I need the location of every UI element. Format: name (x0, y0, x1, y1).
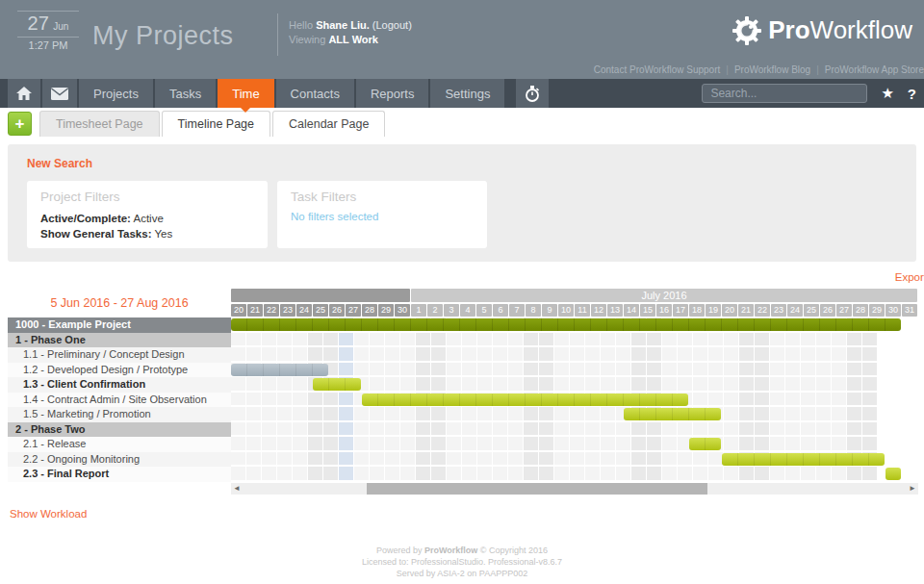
day-grid-cell (785, 377, 801, 392)
scrollbar-thumb[interactable] (367, 483, 707, 495)
gantt-bar[interactable] (722, 453, 885, 466)
day-grid-cell (277, 452, 293, 467)
row-label[interactable]: 1.1 - Preliminary / Concept Design (8, 347, 231, 363)
timeline-gantt: 5 Jun 2016 - 27 Aug 2016 July 2016 20212… (8, 289, 918, 495)
project-filters-card[interactable]: Project Filters Active/Complete: ActiveS… (27, 181, 268, 248)
day-grid-cell (862, 347, 878, 362)
task-filters-card[interactable]: Task Filters No filters selected (277, 181, 487, 248)
day-grid-cell (308, 347, 323, 362)
scroll-left-arrow-icon[interactable]: ◄ (231, 483, 243, 495)
row-label[interactable]: 2.2 - Ongoing Monitoring (8, 452, 231, 468)
day-number: 22 (755, 304, 770, 317)
day-number: 28 (853, 304, 868, 317)
day-grid-cell (508, 333, 524, 347)
nav-item-projects[interactable]: Projects (79, 79, 153, 108)
messages-button[interactable] (42, 79, 77, 108)
nav-item-contacts[interactable]: Contacts (276, 79, 354, 108)
home-button[interactable] (8, 79, 40, 108)
day-grid-cell (816, 467, 832, 481)
day-number: 24 (296, 304, 312, 317)
help-icon[interactable]: ? (908, 86, 916, 102)
gantt-row: 2.2 - Ongoing Monitoring (8, 452, 918, 468)
day-grid-cell (662, 422, 678, 437)
search-input[interactable] (702, 84, 867, 103)
nav-item-tasks[interactable]: Tasks (155, 79, 216, 108)
day-grid-cell (585, 377, 601, 392)
day-grid-cell (601, 467, 616, 481)
gantt-row: 1.1 - Preliminary / Concept Design (8, 347, 918, 363)
scroll-right-arrow-icon[interactable]: ► (907, 483, 918, 495)
new-search-link[interactable]: New Search (27, 157, 92, 170)
row-label[interactable]: 1.4 - Contract Admin / Site Observation (8, 393, 231, 408)
nav-item-settings[interactable]: Settings (430, 79, 504, 108)
day-grid-cell (493, 467, 508, 481)
nav-item-time[interactable]: Time (218, 79, 273, 108)
logout-link[interactable]: (Logout) (372, 19, 412, 31)
row-label[interactable]: 2 - Phase Two (8, 422, 231, 438)
day-grid-cell (400, 363, 416, 377)
home-icon (16, 87, 32, 100)
day-number: 7 (509, 304, 525, 317)
day-grid-cell (708, 393, 724, 407)
day-grid-cell (477, 347, 493, 362)
day-grid-cell (724, 437, 739, 451)
month-header: July 2016 (231, 289, 918, 303)
row-label[interactable]: 2.3 - Final Report (8, 467, 231, 482)
tab-calendar-page[interactable]: Calendar Page (272, 111, 385, 137)
row-label[interactable]: 1.3 - Client Confirmation (8, 377, 231, 393)
day-number: 12 (591, 304, 606, 317)
day-grid-cell (832, 467, 847, 481)
footer-served-line: Served by ASIA-2 on PAAPPP002 (0, 568, 924, 579)
row-label[interactable]: 1 - Phase One (8, 333, 231, 348)
day-grid-cell (693, 467, 708, 481)
gantt-bar[interactable] (624, 408, 721, 420)
row-label[interactable]: 1.2 - Developed Design / Prototype (8, 363, 231, 378)
day-grid-cell (647, 422, 662, 437)
day-grid-cell (616, 333, 631, 347)
support-link[interactable]: ProWorkflow Blog (734, 64, 810, 75)
day-grid-cell (570, 467, 585, 481)
day-grid-cell (724, 347, 739, 362)
tab-timeline-page[interactable]: Timeline Page (162, 111, 270, 137)
day-number: 24 (787, 304, 803, 317)
gantt-bar[interactable] (231, 318, 901, 331)
day-number: 19 (706, 304, 721, 317)
gantt-row: 2.3 - Final Report (8, 467, 918, 482)
day-grid-cell (708, 422, 724, 437)
row-label[interactable]: 2.1 - Release (8, 437, 231, 452)
row-label[interactable]: 1.5 - Marketing / Promotion (8, 407, 231, 422)
nav-item-reports[interactable]: Reports (356, 79, 429, 108)
day-grid-cell (801, 377, 816, 392)
day-grid-cell (508, 347, 524, 362)
day-number: 28 (362, 304, 377, 317)
timer-button[interactable] (516, 79, 549, 108)
gantt-bar[interactable] (231, 364, 328, 376)
support-link[interactable]: Contact ProWorkflow Support (594, 64, 721, 75)
day-grid-cell (755, 347, 770, 362)
gantt-bar[interactable] (689, 438, 721, 450)
day-grid-cell (631, 467, 647, 481)
current-time: 1:27 PM (17, 38, 79, 51)
day-grid-cell (770, 333, 785, 347)
row-label[interactable]: 1000 - Example Project (8, 317, 231, 333)
gantt-bar[interactable] (362, 394, 688, 406)
day-grid-cell (323, 333, 339, 347)
day-grid-cell (801, 333, 816, 347)
gantt-hscrollbar[interactable]: ◄ ► (231, 483, 918, 495)
star-icon[interactable]: ★ (881, 85, 893, 102)
gantt-bar[interactable] (886, 468, 901, 480)
export-link[interactable]: Export (895, 271, 924, 283)
day-grid-cell (293, 422, 308, 437)
show-workload-link[interactable]: Show Workload (10, 508, 87, 520)
gantt-bar[interactable] (313, 378, 361, 391)
add-tab-button[interactable]: + (8, 112, 32, 136)
day-number: 26 (329, 304, 345, 317)
day-grid-cell (508, 467, 524, 481)
day-grid-cell (847, 333, 862, 347)
day-grid-cell (539, 467, 554, 481)
support-link[interactable]: ProWorkflow App Store (825, 64, 924, 75)
day-grid-cell (508, 452, 524, 467)
day-grid-cell (354, 347, 370, 362)
tab-timesheet-page[interactable]: Timesheet Page (39, 111, 160, 137)
day-grid-cell (477, 407, 493, 421)
